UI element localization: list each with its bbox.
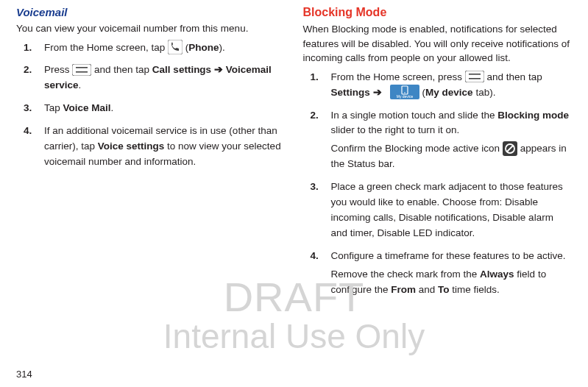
step-number: 1. [303,70,331,104]
step-item: 1. From the Home screen, press and then … [303,70,573,104]
blocking-mode-status-icon [503,141,517,156]
svg-rect-6 [469,78,481,79]
text: . [111,102,114,113]
step-item: 4. If an additional voicemail service is… [16,124,286,173]
step-item: 2. Press and then tap Call settings ➔ Vo… [16,63,286,96]
svg-rect-5 [469,74,481,75]
svg-rect-2 [76,67,88,68]
page-number: 314 [16,369,32,380]
text: and then tap [94,64,152,75]
bold-text: To [438,284,450,295]
bold-text: From [391,284,416,295]
text: . [79,79,82,90]
step-item: 3. Tap Voice Mail. [16,101,286,119]
text: From the Home screen, press [331,71,465,82]
svg-point-9 [404,92,405,93]
text: Configure a timeframe for these features… [331,249,573,264]
voicemail-intro: You can view your voicemail number from … [16,21,286,36]
step-body: If an additional voicemail service is in… [44,124,286,173]
text: Tap [44,102,63,113]
step-item: 2. In a single motion touch and slide th… [303,108,573,176]
my-device-tab-icon: My device [390,85,419,99]
svg-rect-3 [76,71,88,73]
step-body: From the Home screen, tap (Phone). [44,40,286,59]
page: Voicemail You can view your voicemail nu… [0,0,588,387]
svg-rect-4 [465,71,484,82]
bold-text: Always [480,269,514,280]
text: Remove the check mark from the [331,269,481,280]
step-number: 4. [16,124,44,173]
text: Place a green check mark adjacent to tho… [331,180,573,241]
step-number: 4. [303,249,331,301]
bold-text: Settings ➔ [331,87,382,98]
step-number: 2. [16,63,44,96]
bold-text: Voice Mail [63,102,111,113]
text: From the Home screen, tap [44,42,168,53]
step-item: 3. Place a green check mark adjacent to … [303,180,573,244]
menu-key-icon [72,64,91,76]
step-number: 3. [16,101,44,119]
blocking-mode-heading: Blocking Mode [303,6,573,19]
bold-text: Phone [188,42,219,53]
text: slider to the right to turn it on. [331,124,460,135]
text: and then tap [487,71,542,82]
text: In a single motion touch and slide the [331,110,498,121]
tab-label: My device [397,94,414,99]
left-column: Voicemail You can view your voicemail nu… [16,6,286,305]
bold-text: My device [425,87,473,98]
step-item: 4. Configure a timeframe for these featu… [303,249,573,301]
step-body: Press and then tap Call settings ➔ Voice… [44,63,286,96]
menu-key-icon [465,71,484,82]
text: Press [44,64,72,75]
watermark-line2: Internal Use Only [0,316,588,356]
step-number: 2. [303,108,331,176]
step-body: Configure a timeframe for these features… [331,249,573,301]
text: Confirm the Blocking mode active icon [331,143,503,154]
step-body: In a single motion touch and slide the B… [331,108,573,176]
blocking-mode-intro: When Blocking mode is enabled, notificat… [303,22,573,65]
text: and [416,284,438,295]
text: time fields. [450,284,500,295]
bold-text: Blocking mode [497,110,569,121]
svg-rect-1 [72,64,91,76]
step-body: Tap Voice Mail. [44,101,286,119]
step-item: 1. From the Home screen, tap (Phone). [16,40,286,59]
phone-icon [168,40,183,54]
two-column-layout: Voicemail You can view your voicemail nu… [16,6,572,305]
voicemail-steps: 1. From the Home screen, tap (Phone). 2. [16,40,286,173]
right-column: Blocking Mode When Blocking mode is enab… [303,6,573,305]
step-number: 1. [16,40,44,59]
svg-rect-0 [168,40,183,54]
voicemail-heading: Voicemail [16,6,286,18]
bold-text: Voice settings [98,141,165,152]
text: tab). [473,87,496,98]
text: ). [219,42,225,53]
step-number: 3. [303,180,331,244]
step-body: Place a green check mark adjacent to tho… [331,180,573,244]
step-body: From the Home screen, press and then tap… [331,70,573,104]
blocking-mode-steps: 1. From the Home screen, press and then … [303,70,573,301]
